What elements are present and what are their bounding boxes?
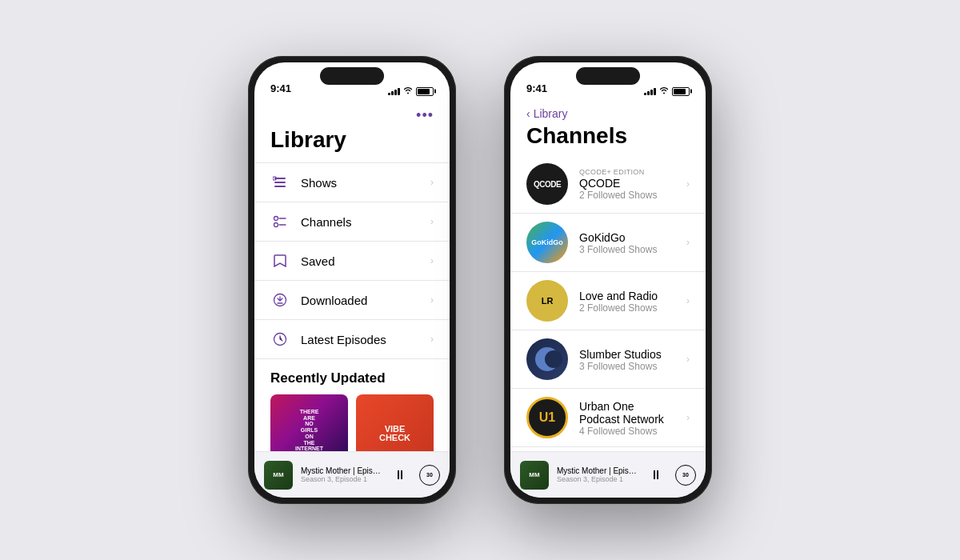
dynamic-island (320, 67, 384, 85)
girls-artwork: THEREARENOGIRLSONTHEINTERNET WITH BRIDGE… (270, 394, 348, 451)
signal-icon (388, 87, 400, 95)
urban-info: Urban One Podcast Network 4 Followed Sho… (579, 399, 675, 437)
slumber-chevron: › (686, 354, 690, 365)
phone-channels: 9:41 (504, 56, 712, 504)
dynamic-island-2 (576, 67, 640, 85)
channels-icon (270, 212, 290, 231)
svg-point-4 (274, 217, 278, 221)
library-header: ••• (254, 101, 450, 127)
urban-logo: U1 (526, 397, 568, 438)
podcast-card-girls[interactable]: THEREARENOGIRLSONTHEINTERNET WITH BRIDGE… (270, 394, 348, 451)
now-playing-info-2: Mystic Mother | Episode 1: A... Season 3… (557, 466, 637, 483)
shows-label: Shows (301, 176, 430, 190)
back-label[interactable]: Library (534, 107, 568, 120)
downloaded-chevron: › (430, 294, 434, 306)
channel-item-urban[interactable]: U1 Urban One Podcast Network 4 Followed … (510, 389, 706, 447)
love-name: Love and Radio (579, 290, 675, 302)
channels-chevron: › (430, 216, 434, 227)
channel-item-gokidgo[interactable]: GoKidGo GoKidGo 3 Followed Shows › (510, 214, 706, 272)
now-playing-controls-2: ⏸ 30 (645, 464, 696, 486)
downloaded-icon (270, 290, 290, 310)
urban-name: Urban One Podcast Network (579, 400, 675, 426)
menu-item-channels[interactable]: Channels › (254, 202, 450, 242)
status-time-2: 9:41 (526, 82, 547, 96)
recently-updated-title: Recently Updated (254, 359, 450, 394)
pause-button-2[interactable]: ⏸ (645, 464, 667, 486)
wifi-icon (403, 86, 413, 96)
skip-forward-button-2[interactable]: 30 (675, 465, 696, 486)
status-icons-2 (644, 86, 690, 96)
slumber-follows: 3 Followed Shows (579, 361, 675, 372)
slumber-name: Slumber Studios (579, 348, 675, 361)
now-playing-info: Mystic Mother | Episode 1: A... Season 3… (301, 466, 381, 483)
urban-chevron: › (686, 412, 690, 423)
love-follows: 2 Followed Shows (579, 302, 675, 314)
menu-item-latest[interactable]: Latest Episodes › (254, 320, 450, 359)
now-playing-controls: ⏸ 30 (389, 464, 440, 486)
latest-label: Latest Episodes (301, 333, 430, 346)
qcode-tag: QCODE+ EDITION (579, 168, 675, 176)
status-time: 9:41 (270, 82, 291, 96)
library-title: Library (254, 127, 450, 162)
urban-follows: 4 Followed Shows (579, 426, 675, 437)
recently-updated-grid: THEREARENOGIRLSONTHEINTERNET WITH BRIDGE… (254, 394, 450, 451)
gokidgo-chevron: › (686, 237, 690, 248)
slumber-logo (526, 338, 568, 380)
skip-forward-button[interactable]: 30 (419, 465, 440, 486)
saved-chevron: › (430, 255, 434, 266)
svg-point-6 (274, 223, 278, 227)
latest-chevron: › (430, 334, 434, 345)
latest-icon (270, 330, 290, 349)
channel-item-slumber[interactable]: Slumber Studios 3 Followed Shows › (510, 330, 706, 389)
love-chevron: › (686, 295, 690, 306)
gokidgo-follows: 3 Followed Shows (579, 244, 675, 255)
slumber-info: Slumber Studios 3 Followed Shows (579, 347, 675, 372)
qcode-follows: 2 Followed Shows (579, 190, 675, 201)
channels-label: Channels (301, 215, 430, 229)
svg-rect-1 (274, 182, 286, 183)
gokidgo-info: GoKidGo 3 Followed Shows (579, 230, 675, 255)
now-playing-artwork: MM (264, 461, 293, 490)
menu-item-saved[interactable]: Saved › (254, 242, 450, 281)
vibe-artwork: VIBECHECK (356, 394, 434, 451)
pause-button[interactable]: ⏸ (389, 464, 411, 486)
channels-nav: ‹ Library (510, 101, 706, 120)
more-button[interactable]: ••• (416, 107, 434, 124)
gokidgo-name: GoKidGo (579, 231, 675, 244)
signal-icon-2 (644, 87, 656, 95)
library-menu: Shows › Channels › (254, 162, 450, 359)
qcode-info: QCODE+ EDITION QCODE 2 Followed Shows (579, 168, 675, 201)
menu-item-shows[interactable]: Shows › (254, 163, 450, 202)
shows-chevron: › (430, 177, 434, 188)
qcode-logo: QCODE (526, 163, 568, 205)
now-playing-title: Mystic Mother | Episode 1: A... (301, 466, 381, 475)
love-logo: LR (526, 280, 568, 322)
channel-item-qcode[interactable]: QCODE QCODE+ EDITION QCODE 2 Followed Sh… (510, 155, 706, 214)
phone-library: 9:41 (248, 56, 456, 504)
menu-item-downloaded[interactable]: Downloaded › (254, 281, 450, 320)
status-icons (388, 86, 434, 96)
battery-icon (416, 87, 434, 96)
now-playing-title-2: Mystic Mother | Episode 1: A... (557, 466, 637, 475)
qcode-chevron: › (686, 178, 690, 190)
back-arrow[interactable]: ‹ (526, 107, 530, 120)
now-playing-subtitle-2: Season 3, Episode 1 (557, 475, 637, 483)
channels-title: Channels (510, 120, 706, 155)
podcast-card-vibe[interactable]: VIBECHECK Vibe Check 4h ago · 1 new (356, 394, 434, 451)
saved-label: Saved (301, 254, 430, 268)
downloaded-label: Downloaded (301, 294, 430, 307)
svg-rect-2 (274, 186, 286, 187)
qcode-name: QCODE (579, 177, 675, 190)
love-info: Love and Radio 2 Followed Shows (579, 289, 675, 314)
now-playing-artwork-2: MM (520, 461, 549, 490)
channel-list: QCODE QCODE+ EDITION QCODE 2 Followed Sh… (510, 155, 706, 451)
now-playing-bar-2[interactable]: MM Mystic Mother | Episode 1: A... Seaso… (510, 451, 706, 498)
saved-icon (270, 251, 290, 270)
wifi-icon-2 (659, 86, 669, 96)
now-playing-subtitle: Season 3, Episode 1 (301, 475, 381, 483)
gokidgo-logo: GoKidGo (526, 222, 568, 263)
now-playing-bar[interactable]: MM Mystic Mother | Episode 1: A... Seaso… (254, 451, 450, 498)
shows-icon (270, 173, 290, 192)
channel-item-love[interactable]: LR Love and Radio 2 Followed Shows › (510, 272, 706, 330)
battery-icon-2 (672, 87, 690, 96)
